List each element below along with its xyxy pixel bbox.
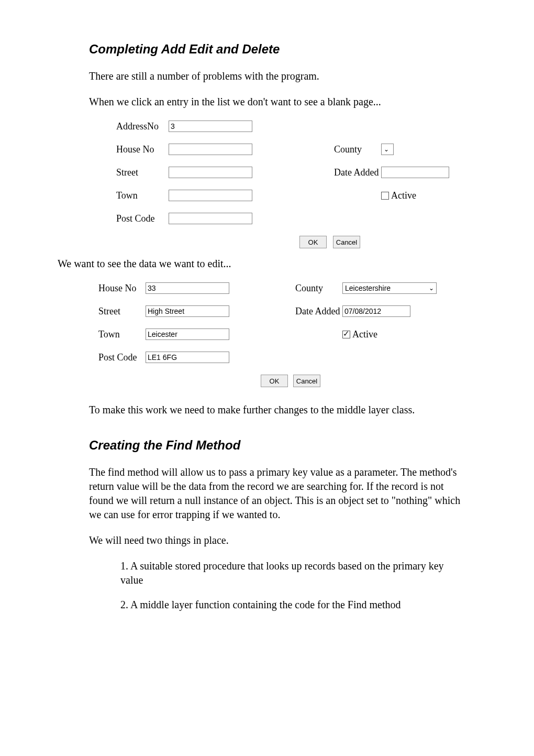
houseno-input-2[interactable] (146, 282, 229, 294)
active-checkbox-2[interactable] (342, 331, 350, 338)
postcode-input[interactable] (169, 213, 252, 224)
label-active: Active (391, 190, 416, 201)
chevron-down-icon: ⌄ (429, 284, 436, 292)
label-addressno: AddressNo (116, 121, 169, 132)
paragraph-intro: There are still a number of problems wit… (89, 69, 466, 83)
dateadded-input[interactable] (381, 167, 449, 178)
paragraph-blank-page: When we click an entry in the list we do… (89, 95, 466, 109)
form-blank: AddressNo House No County ⌄ Street Date … (116, 120, 466, 248)
label-active-2: Active (352, 329, 377, 340)
label-houseno: House No (116, 144, 169, 155)
town-input[interactable] (169, 190, 252, 201)
label-postcode-2: Post Code (98, 352, 146, 363)
heading-completing: Completing Add Edit and Delete (89, 42, 466, 57)
town-input-2[interactable] (146, 328, 229, 340)
county-dropdown[interactable]: ⌄ (381, 144, 394, 155)
label-town: Town (116, 190, 169, 201)
county-value: Leicestershire (345, 284, 391, 292)
active-checkbox[interactable] (381, 192, 389, 200)
list-item-2: 2. A middle layer function containing th… (120, 598, 466, 612)
ok-button[interactable]: OK (299, 236, 327, 248)
label-dateadded-2: Date Added (295, 306, 342, 317)
label-street: Street (116, 167, 169, 178)
paragraph-find-desc: The find method will allow us to pass a … (89, 465, 466, 522)
label-county: County (334, 144, 381, 155)
street-input[interactable] (169, 167, 252, 178)
document-page: Completing Add Edit and Delete There are… (0, 0, 534, 756)
street-input-2[interactable] (146, 305, 229, 317)
form-filled: House No County Leicestershire ⌄ Street … (98, 282, 466, 387)
paragraph-middle-layer: To make this work we need to make furthe… (89, 403, 466, 417)
addressno-input[interactable] (169, 120, 252, 132)
paragraph-see-data: We want to see the data we want to edit.… (58, 257, 466, 271)
houseno-input[interactable] (169, 144, 252, 155)
list-item-1: 1. A suitable stored procedure that look… (120, 559, 466, 587)
label-postcode: Post Code (116, 213, 169, 224)
label-street-2: Street (98, 306, 146, 317)
county-dropdown-2[interactable]: Leicestershire ⌄ (342, 282, 437, 294)
label-town-2: Town (98, 329, 146, 340)
heading-find-method: Creating the Find Method (89, 438, 466, 453)
dateadded-input-2[interactable] (342, 305, 410, 317)
cancel-button-2[interactable]: Cancel (293, 375, 320, 387)
label-houseno-2: House No (98, 283, 146, 294)
chevron-down-icon: ⌄ (384, 146, 391, 153)
label-dateadded: Date Added (334, 167, 381, 178)
postcode-input-2[interactable] (146, 352, 229, 363)
ok-button-2[interactable]: OK (261, 375, 288, 387)
cancel-button[interactable]: Cancel (333, 236, 360, 248)
label-county-2: County (295, 283, 342, 294)
paragraph-two-things: We will need two things in place. (89, 533, 466, 547)
